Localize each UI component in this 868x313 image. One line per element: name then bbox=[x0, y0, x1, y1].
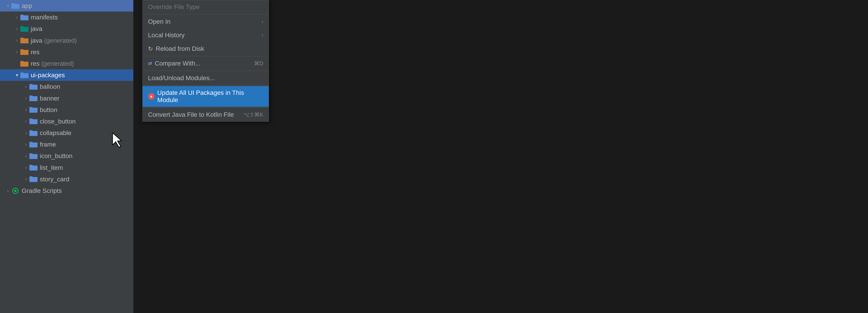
menu-item-text: Update All UI Packages in This Module bbox=[157, 89, 263, 104]
sidebar-item-story-card[interactable]: › story_card bbox=[0, 173, 133, 185]
menu-divider bbox=[143, 14, 269, 14]
sidebar-item-close-button[interactable]: › close_button bbox=[0, 116, 133, 127]
sidebar-item-label: balloon bbox=[40, 82, 60, 91]
chevron-open-icon: ▾ bbox=[4, 2, 11, 9]
folder-icon bbox=[29, 176, 37, 182]
svg-rect-7 bbox=[20, 38, 24, 39]
sidebar-item-manifests[interactable]: › manifests bbox=[0, 11, 133, 23]
svg-rect-21 bbox=[29, 119, 37, 124]
sidebar-item-list-item[interactable]: › list_item bbox=[0, 162, 133, 173]
sidebar-item-label: res (generated) bbox=[31, 59, 74, 68]
menu-item-content: ● Update All UI Packages in This Module bbox=[148, 89, 263, 104]
submenu-arrow-icon: › bbox=[262, 19, 263, 25]
menu-item-content: ↻ Reload from Disk bbox=[148, 45, 204, 53]
chevron-closed-icon: › bbox=[13, 26, 20, 32]
sidebar-item-java-generated[interactable]: › java (generated) bbox=[0, 35, 133, 46]
svg-rect-2 bbox=[20, 15, 29, 20]
menu-divider bbox=[143, 71, 269, 71]
menu-item-text: Override File Type bbox=[148, 3, 199, 11]
menu-item-text: Open In bbox=[148, 18, 170, 25]
svg-rect-5 bbox=[20, 26, 24, 28]
sidebar-item-label: java (generated) bbox=[31, 36, 77, 45]
svg-rect-17 bbox=[29, 96, 37, 101]
svg-rect-13 bbox=[20, 73, 29, 78]
menu-item-convert-java-kotlin[interactable]: Convert Java File to Kotlin File ⌥⇧⌘K bbox=[143, 108, 269, 121]
svg-rect-30 bbox=[29, 165, 33, 166]
svg-rect-18 bbox=[29, 96, 33, 97]
menu-item-update-all-ui-packages[interactable]: ● Update All UI Packages in This Module bbox=[143, 86, 269, 107]
svg-point-34 bbox=[14, 190, 17, 192]
sidebar-item-button[interactable]: › button bbox=[0, 104, 133, 116]
folder-icon bbox=[29, 95, 37, 102]
menu-item-open-in[interactable]: Open In › bbox=[143, 15, 269, 29]
chevron-closed-icon: › bbox=[23, 106, 29, 113]
svg-rect-14 bbox=[20, 72, 24, 74]
sidebar-item-banner[interactable]: › banner bbox=[0, 93, 133, 104]
menu-item-local-history[interactable]: Local History › bbox=[143, 29, 269, 42]
svg-rect-20 bbox=[29, 107, 33, 108]
svg-rect-22 bbox=[29, 118, 33, 120]
svg-rect-1 bbox=[11, 3, 14, 4]
chevron-closed-icon: › bbox=[23, 141, 29, 148]
menu-item-content: Local History bbox=[148, 32, 185, 39]
svg-rect-15 bbox=[29, 85, 37, 90]
svg-rect-31 bbox=[29, 177, 37, 182]
plugin-icon: ● bbox=[148, 93, 155, 100]
sidebar-item-label: button bbox=[40, 105, 57, 114]
sidebar-item-gradle-scripts[interactable]: › Gradle Scripts bbox=[0, 185, 133, 197]
sidebar-item-label: res bbox=[31, 48, 39, 57]
chevron-closed-icon: › bbox=[23, 176, 29, 182]
sidebar-item-label: collapsable bbox=[40, 129, 71, 137]
folder-icon bbox=[29, 83, 37, 90]
folder-icon bbox=[29, 141, 37, 148]
sidebar-item-res[interactable]: › res bbox=[0, 46, 133, 58]
svg-rect-11 bbox=[20, 62, 29, 67]
keyboard-shortcut: ⌥⇧⌘K bbox=[243, 111, 263, 118]
svg-rect-29 bbox=[29, 166, 37, 171]
sidebar-item-label: app bbox=[22, 1, 32, 10]
chevron-closed-icon: › bbox=[23, 95, 29, 102]
folder-icon bbox=[11, 2, 20, 9]
svg-rect-24 bbox=[29, 130, 33, 132]
sidebar-item-collapsable[interactable]: › collapsable bbox=[0, 127, 133, 139]
menu-item-text: Load/Unload Modules... bbox=[148, 74, 215, 82]
folder-icon bbox=[29, 130, 37, 136]
chevron-closed-icon: › bbox=[13, 48, 20, 55]
chevron-closed-icon: › bbox=[23, 130, 29, 136]
menu-item-compare-with[interactable]: ⇄ Compare With... ⌘D bbox=[143, 57, 269, 70]
menu-item-reload-from-disk[interactable]: ↻ Reload from Disk bbox=[143, 42, 269, 56]
folder-icon bbox=[20, 14, 29, 21]
menu-item-load-unload-modules[interactable]: Load/Unload Modules... bbox=[143, 71, 269, 85]
menu-divider bbox=[143, 56, 269, 56]
sidebar-item-java[interactable]: › java bbox=[0, 23, 133, 35]
sidebar-item-label: frame bbox=[40, 140, 56, 149]
menu-item-override-file-type[interactable]: Override File Type bbox=[143, 0, 269, 14]
sidebar-item-res-generated[interactable]: › res (generated) bbox=[0, 58, 133, 69]
right-panel: Override File Type Open In › Local Histo… bbox=[133, 0, 868, 313]
sidebar-item-ui-packages[interactable]: ▾ ui-packages bbox=[0, 69, 133, 81]
sidebar-item-app[interactable]: ▾ app bbox=[0, 0, 133, 11]
sidebar-item-label: banner bbox=[40, 94, 59, 103]
menu-item-content: Convert Java File to Kotlin File bbox=[148, 111, 234, 118]
menu-item-text: Reload from Disk bbox=[156, 45, 204, 53]
sidebar-item-label: close_button bbox=[40, 117, 76, 126]
svg-rect-4 bbox=[20, 27, 29, 32]
keyboard-shortcut: ⌘D bbox=[254, 60, 263, 67]
chevron-closed-icon: › bbox=[23, 164, 29, 171]
folder-icon bbox=[29, 153, 37, 160]
menu-item-text: Local History bbox=[148, 32, 185, 39]
folder-icon bbox=[20, 60, 29, 67]
sidebar-item-frame[interactable]: › frame bbox=[0, 139, 133, 150]
menu-item-content: Open In bbox=[148, 18, 170, 25]
folder-icon bbox=[29, 106, 37, 113]
context-menu: Override File Type Open In › Local Histo… bbox=[143, 0, 269, 122]
sidebar-item-balloon[interactable]: › balloon bbox=[0, 81, 133, 92]
menu-item-content: Load/Unload Modules... bbox=[148, 74, 215, 82]
compare-icon: ⇄ bbox=[148, 61, 152, 66]
sidebar-item-icon-button[interactable]: › icon_button bbox=[0, 150, 133, 162]
svg-rect-27 bbox=[29, 154, 37, 159]
folder-icon bbox=[29, 164, 37, 171]
menu-item-content: ⇄ Compare With... bbox=[148, 60, 200, 67]
svg-rect-28 bbox=[29, 153, 33, 155]
svg-rect-8 bbox=[25, 40, 28, 42]
